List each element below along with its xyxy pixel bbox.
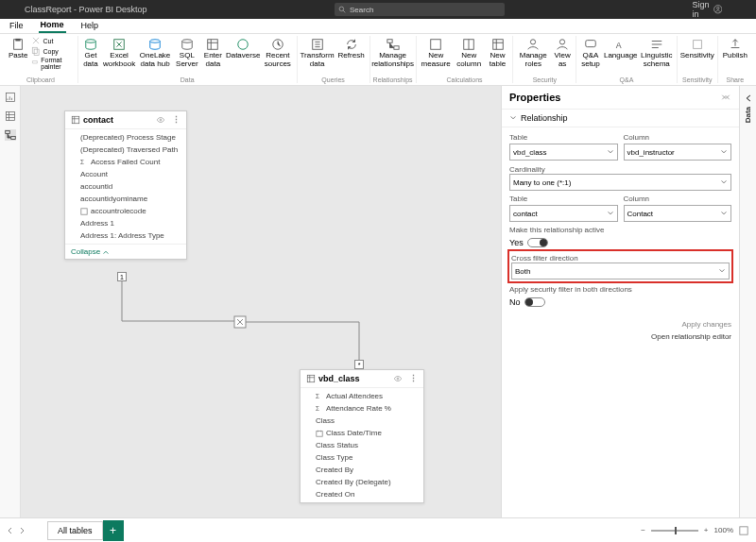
visibility-icon[interactable] [393,374,403,383]
all-tables-tab[interactable]: All tables [47,521,103,540]
menu-help[interactable]: Help [79,21,101,32]
view-as-button[interactable]: View as [552,36,573,71]
field-item[interactable]: (Deprecated) Traversed Path [65,144,186,156]
field-item[interactable]: ΣAttendance Rate % [301,402,423,415]
publish-button[interactable]: Publish [721,36,749,62]
fit-icon[interactable] [739,526,748,535]
status-bar: All tables + − + 100% [0,517,756,542]
qa-setup-button[interactable]: Q&A setup [579,36,602,71]
signin-button[interactable]: Sign in [692,0,722,19]
field-item[interactable]: ΣAccess Failed Count [65,156,186,168]
excel-button[interactable]: Excel workbook [102,36,136,71]
new-table-button[interactable]: New table [486,36,510,71]
field-item[interactable]: Address 1 [65,217,186,229]
cardinality-one: 1 [117,272,127,281]
model-view-icon[interactable] [5,129,16,141]
field-item[interactable]: Address 1: Address Type [65,229,186,242]
data-view-icon[interactable] [5,110,16,122]
svg-text:Σ: Σ [80,159,84,165]
relationship-section[interactable]: Relationship [502,110,739,127]
menu-file[interactable]: File [8,21,26,32]
onelake-button[interactable]: OneLake data hub [138,36,172,71]
field-item[interactable]: Class [301,415,423,427]
right-collapsed-panel[interactable]: Data [739,86,756,517]
nav-right-icon[interactable] [17,526,26,535]
zoom-control[interactable]: − + 100% [641,526,748,535]
model-canvas[interactable]: contact ⋮ (Deprecated) Process Stage(Dep… [21,86,501,517]
svg-rect-6 [33,47,38,53]
field-item[interactable]: ΣActual Attendees [301,390,423,402]
app-title: ClassReport - Power BI Desktop [25,5,147,14]
svg-rect-33 [234,316,246,328]
table-card-contact[interactable]: contact ⋮ (Deprecated) Process Stage(Dep… [64,110,187,260]
column1-select[interactable]: vbd_instructor [624,144,732,161]
report-view-icon[interactable] [5,92,16,103]
collapse-button[interactable]: Collapse [65,244,186,259]
svg-rect-32 [81,208,87,213]
field-item[interactable]: Created On [301,488,423,500]
table1-select[interactable]: vbd_class [509,144,618,161]
format-painter-button[interactable]: Format painter [31,57,74,70]
field-item[interactable]: (Deprecated) Process Stage [65,131,186,144]
manage-roles-button[interactable]: Manage roles [516,36,550,71]
svg-rect-17 [431,40,441,50]
language-button[interactable]: ALanguage [604,36,638,62]
more-icon[interactable]: ⋮ [172,115,180,125]
cut-button[interactable]: Cut [31,36,74,45]
table-card-vbd-class[interactable]: vbd_class ⋮ ΣActual AttendeesΣAttendance… [300,369,424,503]
copy-button[interactable]: Copy [31,46,74,56]
field-item[interactable]: Created By [301,464,423,476]
open-editor-link[interactable]: Open relationship editor [509,332,731,341]
ribbon: Paste Cut Copy Format painter Clipboard … [0,34,756,86]
apply-changes-link[interactable]: Apply changes [509,320,731,329]
transform-data-button[interactable]: Transform data [301,36,335,71]
title-bar: ClassReport - Power BI Desktop Search Si… [0,0,756,19]
svg-point-35 [397,378,399,380]
new-measure-button[interactable]: New measure [420,36,453,71]
linguistic-button[interactable]: Linguistic schema [640,36,674,71]
crossfilter-select[interactable]: Both [511,263,730,279]
more-icon[interactable]: ⋮ [409,374,418,383]
search-box[interactable]: Search [335,3,505,16]
table2-select[interactable]: contact [509,205,618,222]
paste-button[interactable]: Paste [7,36,29,62]
field-item[interactable]: accountidyominame [65,193,186,205]
svg-text:Σ: Σ [316,393,319,399]
sensitivity-button[interactable]: Sensitivity [680,36,714,62]
svg-point-8 [86,40,96,43]
field-item[interactable]: Created By (Delegate) [301,476,423,488]
field-item[interactable]: Class Date/Time [301,427,423,439]
field-item[interactable]: accountid [65,180,186,193]
dataverse-button[interactable]: Dataverse [226,36,260,62]
cardinality-many: * [354,360,364,369]
field-item[interactable]: Class Status [301,439,423,451]
svg-point-30 [160,119,162,121]
recent-sources-button[interactable]: Recent sources [262,36,293,71]
svg-rect-25 [6,93,14,102]
svg-rect-5 [16,39,21,42]
manage-relationships-button[interactable]: Manage relationships [376,36,410,71]
sql-button[interactable]: SQL Server [174,36,200,71]
svg-rect-34 [307,375,315,382]
add-tab-button[interactable]: + [103,520,124,541]
visibility-icon[interactable] [156,115,165,125]
get-data-button[interactable]: Get data [81,36,100,71]
svg-text:A: A [616,41,622,50]
svg-point-21 [559,40,564,44]
chevron-left-icon [744,93,753,103]
expand-icon[interactable] [720,92,731,103]
nav-left-icon[interactable] [6,526,15,535]
field-item[interactable]: accountrolecode [65,205,186,217]
cardinality-select[interactable]: Many to one (*:1) [509,174,731,191]
new-column-button[interactable]: New column [455,36,484,71]
menu-home[interactable]: Home [39,20,66,33]
column2-select[interactable]: Contact [624,205,732,222]
security-toggle[interactable]: No [509,297,731,307]
enter-data-button[interactable]: Enter data [202,36,225,71]
field-item[interactable]: Account [65,168,186,180]
field-item[interactable]: Class Type [301,451,423,464]
table-name: contact [83,115,113,125]
chevron-down-icon [509,114,517,122]
refresh-button[interactable]: Refresh [336,36,367,62]
active-toggle[interactable]: Yes [509,238,731,247]
